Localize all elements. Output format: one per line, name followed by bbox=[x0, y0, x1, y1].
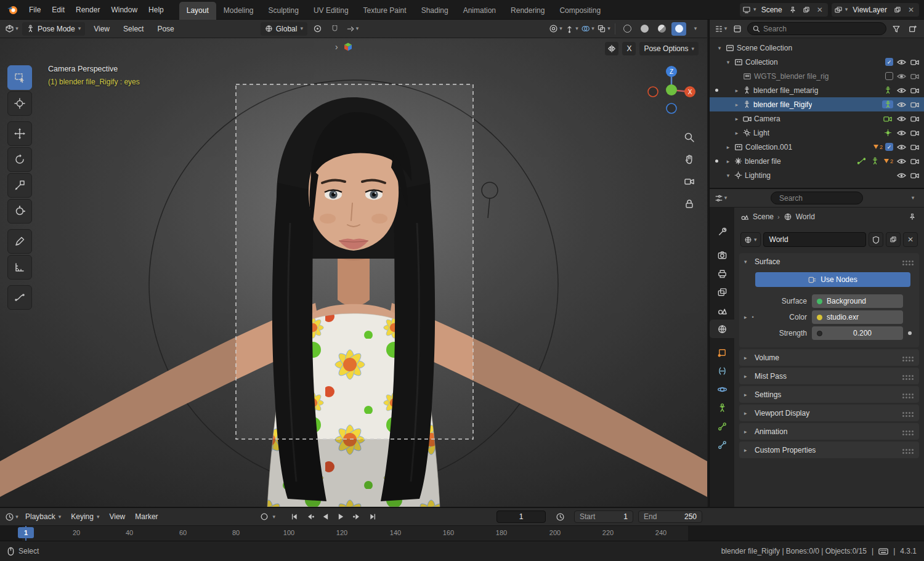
outliner-row-metarig[interactable]: ▸ blender file_metarig bbox=[710, 83, 924, 97]
new-collection-button[interactable] bbox=[906, 22, 920, 36]
use-preview-range-toggle[interactable] bbox=[553, 510, 567, 523]
mist-pass-panel-header[interactable]: ▸Mist Pass bbox=[739, 368, 919, 384]
surface-shader-field[interactable]: Background bbox=[812, 294, 903, 308]
drag-dots-icon[interactable] bbox=[902, 449, 904, 451]
custom-properties-panel-header[interactable]: ▸Custom Properties bbox=[739, 442, 919, 458]
settings-panel-header[interactable]: ▸Settings bbox=[739, 386, 919, 403]
menu-window[interactable]: Window bbox=[105, 2, 143, 17]
view-menu[interactable]: View bbox=[106, 512, 128, 521]
menu-edit[interactable]: Edit bbox=[46, 2, 70, 17]
expand-icon[interactable]: ▸ bbox=[733, 130, 740, 136]
viewport-display-panel-header[interactable]: ▸Viewport Display bbox=[739, 405, 919, 421]
color-value-field[interactable]: studio.exr bbox=[812, 310, 903, 324]
playback-menu[interactable]: Playback▾ bbox=[22, 512, 64, 521]
workspace-tab-layout[interactable]: Layout bbox=[179, 2, 216, 20]
gizmo-dropdown[interactable]: ▾ bbox=[565, 22, 578, 36]
drag-dots-icon[interactable] bbox=[902, 412, 904, 414]
next-keyframe-button[interactable] bbox=[349, 511, 363, 523]
xray-dropdown[interactable]: ▾ bbox=[597, 22, 610, 36]
drag-dots-icon[interactable] bbox=[902, 375, 904, 377]
outliner-row-blender-file[interactable]: ▸ blender file 2 bbox=[710, 154, 924, 168]
props-tab-bone[interactable] bbox=[710, 417, 734, 435]
tool-cursor[interactable] bbox=[7, 91, 32, 116]
properties-search[interactable] bbox=[771, 192, 863, 204]
outliner-row-lighting[interactable]: ▾ Lighting bbox=[710, 168, 924, 182]
tool-add-active[interactable] bbox=[7, 285, 32, 310]
lock-view-icon[interactable] bbox=[681, 196, 697, 212]
workspace-tab-compositing[interactable]: Compositing bbox=[552, 2, 608, 20]
new-viewlayer-icon[interactable] bbox=[892, 4, 903, 15]
filter-funnel-icon[interactable] bbox=[890, 22, 903, 36]
overlays-dropdown[interactable]: ▾ bbox=[581, 22, 594, 36]
tool-transform[interactable] bbox=[7, 199, 32, 224]
shading-wireframe-button[interactable] bbox=[620, 22, 634, 36]
props-tab-scene[interactable] bbox=[710, 301, 734, 320]
new-world-button[interactable] bbox=[886, 232, 901, 247]
keying-menu[interactable]: Keying▾ bbox=[68, 512, 102, 521]
shading-rendered-button[interactable] bbox=[671, 22, 686, 36]
outliner-search[interactable] bbox=[747, 22, 886, 35]
render-camera-toggle[interactable] bbox=[909, 59, 920, 65]
outliner-row-light[interactable]: ▸ Light bbox=[710, 126, 924, 140]
close-icon[interactable]: ✕ bbox=[906, 4, 917, 15]
outliner-row-camera[interactable]: ▸ Camera bbox=[710, 111, 924, 126]
workspace-tab-texture-paint[interactable]: Texture Paint bbox=[356, 2, 414, 20]
breadcrumb-scene[interactable]: Scene bbox=[753, 212, 774, 221]
gizmo-cube-icon[interactable] bbox=[343, 42, 353, 52]
hide-eye-toggle[interactable] bbox=[896, 172, 907, 179]
drag-dots-icon[interactable] bbox=[902, 394, 904, 395]
render-camera-toggle[interactable] bbox=[909, 73, 920, 79]
tool-measure[interactable] bbox=[7, 255, 32, 280]
workspace-tab-uv-editing[interactable]: UV Editing bbox=[306, 2, 356, 20]
editor-type-selector[interactable]: ▾ bbox=[5, 22, 18, 36]
shading-solid-button[interactable] bbox=[637, 22, 652, 36]
workspace-tab-animation[interactable]: Animation bbox=[456, 2, 503, 20]
outliner-row-collection-001[interactable]: ▸ Collection.001 2 ✓ bbox=[710, 140, 924, 154]
snap-magnet-button[interactable] bbox=[328, 22, 342, 36]
jump-to-end-button[interactable] bbox=[365, 511, 379, 523]
world-name-field[interactable]: World bbox=[763, 232, 866, 247]
hide-eye-toggle[interactable] bbox=[896, 59, 907, 65]
expand-icon[interactable]: ▸ bbox=[733, 87, 740, 94]
collection-checkbox[interactable]: ✓ bbox=[885, 143, 893, 151]
expand-icon[interactable]: ▸ bbox=[744, 314, 747, 320]
render-camera-toggle[interactable] bbox=[909, 115, 920, 122]
outliner-row-rigify[interactable]: ▸ blender file_Rigify bbox=[710, 97, 924, 111]
tool-annotate[interactable] bbox=[7, 229, 32, 254]
properties-options-dropdown[interactable]: ▾ bbox=[906, 192, 920, 205]
props-tab-tool[interactable] bbox=[710, 222, 734, 241]
hide-eye-toggle[interactable] bbox=[896, 144, 907, 150]
expand-icon[interactable]: ▸ bbox=[724, 158, 732, 164]
zoom-icon[interactable] bbox=[681, 129, 697, 145]
drag-dots-icon[interactable] bbox=[902, 430, 904, 432]
surface-panel-header[interactable]: ▾ Surface bbox=[739, 253, 919, 270]
frame-start-field[interactable]: Start 1 bbox=[574, 511, 633, 523]
pin-icon[interactable] bbox=[787, 4, 798, 15]
props-tab-view-layer[interactable] bbox=[710, 283, 734, 301]
new-scene-icon[interactable] bbox=[801, 4, 812, 15]
shading-material-button[interactable] bbox=[654, 22, 669, 36]
expand-icon[interactable]: ▾ bbox=[724, 59, 732, 65]
hide-eye-toggle[interactable] bbox=[896, 73, 907, 79]
expand-icon[interactable]: ▸ bbox=[724, 144, 732, 150]
menu-select[interactable]: Select bbox=[118, 22, 148, 36]
hide-eye-toggle[interactable] bbox=[896, 116, 907, 122]
breadcrumb-world[interactable]: World bbox=[796, 212, 815, 221]
hide-eye-toggle[interactable] bbox=[896, 87, 907, 94]
viewlayer-selector[interactable]: ▾ ViewLayer ✕ bbox=[832, 3, 919, 17]
outliner-row-collection[interactable]: ▾ Collection ✓ bbox=[710, 55, 924, 69]
properties-search-input[interactable] bbox=[779, 194, 875, 203]
collection-checkbox[interactable]: ✓ bbox=[885, 58, 893, 66]
props-tab-constraints[interactable] bbox=[710, 361, 734, 380]
browse-world-button[interactable]: ▾ bbox=[740, 232, 761, 247]
render-camera-toggle[interactable] bbox=[909, 158, 920, 164]
editor-type-selector[interactable]: ▾ bbox=[5, 510, 18, 523]
marker-menu[interactable]: Marker bbox=[132, 512, 161, 521]
pin-icon[interactable] bbox=[907, 211, 918, 222]
viewlayer-name[interactable]: ViewLayer bbox=[850, 6, 890, 14]
drag-dots-icon[interactable] bbox=[902, 357, 904, 358]
menu-help[interactable]: Help bbox=[143, 2, 169, 17]
editor-type-selector[interactable]: ▾ bbox=[714, 192, 727, 205]
use-nodes-button[interactable]: Use Nodes bbox=[755, 272, 910, 287]
workspace-tab-rendering[interactable]: Rendering bbox=[503, 2, 552, 20]
